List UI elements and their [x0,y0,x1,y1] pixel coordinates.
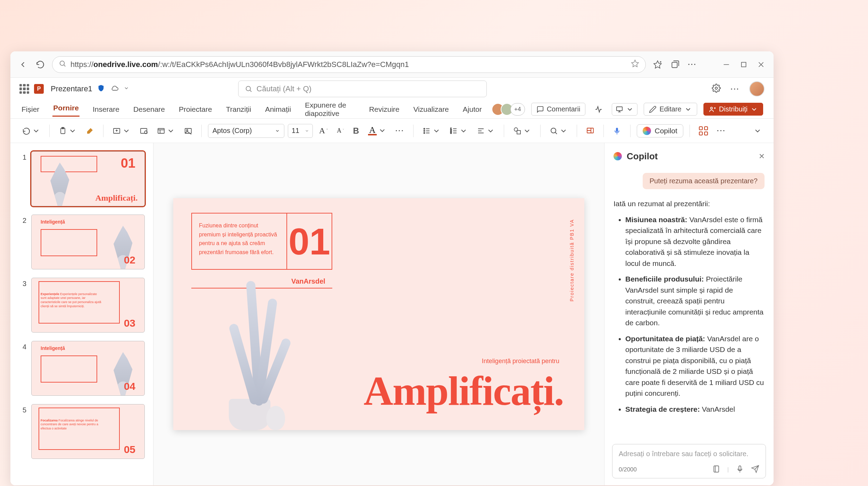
search-input[interactable]: Căutați (Alt + Q) [238,81,487,97]
font-name-select[interactable]: Aptos (Corp) [208,124,284,138]
tab-home[interactable]: Pornire [52,102,80,117]
tab-animations[interactable]: Animații [264,103,292,116]
shapes-button[interactable] [510,125,534,137]
catch-up-button[interactable] [592,103,606,116]
reuse-slides-button[interactable] [137,125,151,137]
address-bar[interactable]: https://onedrive.live.com/:w:/t/EaCKkPs6… [52,56,646,73]
presence-avatars[interactable]: +4 [495,103,525,116]
search-icon [245,85,252,93]
numbering-button[interactable]: 123 [447,125,470,137]
presence-overflow: +4 [510,103,525,116]
present-button[interactable] [612,103,637,116]
app-launcher-icon[interactable] [19,84,29,94]
copilot-bullet: Oportunitatea de piață: VanArsdel are o … [625,333,765,399]
align-button[interactable] [474,125,498,137]
tab-transitions[interactable]: Tranziții [225,103,252,116]
user-avatar[interactable] [749,81,765,97]
settings-gear-icon[interactable] [712,84,721,94]
powerpoint-logo-icon: P [34,84,44,94]
tab-insert[interactable]: Inserare [92,103,120,116]
copilot-header: Copilot × [604,143,774,169]
document-title[interactable]: Prezentare1 [51,84,92,93]
new-slide-button[interactable] [110,125,133,137]
refresh-button[interactable] [35,59,46,70]
powerpoint-app: P Prezentare1 Căutați (Alt + Q) ··· Fiși… [10,78,774,485]
tab-help[interactable]: Ajutor [462,103,483,116]
thumb-number: 4 [19,341,26,351]
thumbnail-slide-2[interactable]: Inteligență 02 [31,215,145,269]
thumbnail-slide-3[interactable]: Experiențele Experiențele personalizate … [31,278,145,333]
prompt-book-icon[interactable] [712,465,720,475]
tab-file[interactable]: Fișier [21,103,40,116]
close-window-button[interactable] [756,59,767,70]
picture-button[interactable] [181,125,195,137]
editing-mode-button[interactable]: Editare [644,103,697,116]
ribbon-tabs: Fișier Pornire Inserare Desenare Proiect… [10,100,774,119]
grow-font-button[interactable]: Aˆ [316,124,331,137]
browser-toolbar: https://onedrive.live.com/:w:/t/EaCKkPs6… [10,51,774,78]
format-painter-button[interactable] [83,125,97,137]
browser-more-icon[interactable]: ··· [687,59,698,70]
save-status-icon[interactable] [110,84,119,94]
send-button[interactable] [751,465,759,475]
collections-icon[interactable] [669,59,681,70]
layout-button[interactable] [154,125,178,137]
copilot-title: Copilot [627,151,658,162]
favorite-icon[interactable] [631,59,639,70]
svg-rect-12 [158,128,164,133]
close-copilot-button[interactable]: × [759,151,765,162]
copilot-button[interactable]: Copilot [637,124,683,137]
slide-vertical-label: Proiectare distribuită PB1 VA [569,219,575,302]
paste-button[interactable] [56,125,80,137]
comments-button[interactable]: Comentarii [531,103,586,116]
undo-button[interactable] [19,125,43,137]
thumbnail-slide-5[interactable]: Focalizarea Focalizarea atinge nivelul d… [31,404,145,459]
svg-rect-1 [672,62,677,67]
thumbnail-slide-1[interactable]: 01 Amplificați. [31,151,145,206]
thumb-number: 5 [19,404,26,414]
find-button[interactable] [547,125,570,137]
more-options-icon[interactable]: ··· [731,85,740,93]
svg-rect-25 [616,128,618,132]
copilot-suggestion-chip[interactable]: Puteți rezuma această prezentare? [643,173,765,189]
collapse-ribbon-icon[interactable] [751,125,765,137]
designer-button[interactable] [583,125,597,137]
svg-point-16 [424,130,425,131]
copilot-icon [643,127,651,135]
slide-thumbnails: 1 01 Amplificați. 2 Inteligență 02 3 [10,143,153,485]
share-button[interactable]: Distribuiți [703,103,763,116]
back-button[interactable] [17,59,28,70]
font-more-icon[interactable]: ··· [393,125,407,137]
minimize-button[interactable] [721,59,732,70]
ribbon-overflow-icon[interactable]: ··· [714,125,729,137]
microphone-icon[interactable] [736,465,744,475]
shrink-font-button[interactable]: Aˇ [334,125,347,136]
slide-text-box[interactable]: Fuziunea dintre conținut premium și inte… [191,213,332,270]
font-size-select[interactable]: 11 [288,124,313,138]
thumbnail-slide-4[interactable]: Inteligență 04 [31,341,145,396]
tab-slideshow[interactable]: Expunere de diapozitive [304,99,356,120]
svg-point-3 [246,86,251,91]
tab-design[interactable]: Proiectare [178,103,213,116]
slide-title: Amplificați. [364,368,564,415]
favorites-icon[interactable] [652,59,663,70]
bold-button[interactable]: B [350,124,362,138]
copilot-bullet: Strategia de creștere: VanArsdel [625,404,765,415]
slide-1[interactable]: Fuziunea dintre conținut premium și inte… [173,198,584,430]
url-text: https://onedrive.live.com/:w:/t/EaCKkPs6… [70,60,627,69]
svg-point-17 [424,132,425,133]
tab-draw[interactable]: Desenare [133,103,166,116]
svg-point-23 [551,128,556,133]
title-dropdown-icon[interactable] [124,85,129,92]
maximize-button[interactable] [738,59,749,70]
dictate-button[interactable] [610,125,624,137]
font-color-button[interactable]: A [365,124,389,137]
copilot-input[interactable]: Adresați o întrebare sau faceți o solici… [612,444,766,478]
bullets-button[interactable] [420,125,443,137]
sensitivity-shield-icon[interactable] [97,84,105,93]
tab-review[interactable]: Revizuire [368,103,400,116]
designer-grid-button[interactable] [696,124,711,137]
slide-brand: VanArsdel [291,277,325,285]
copilot-icon [614,152,622,160]
tab-view[interactable]: Vizualizare [412,103,449,116]
